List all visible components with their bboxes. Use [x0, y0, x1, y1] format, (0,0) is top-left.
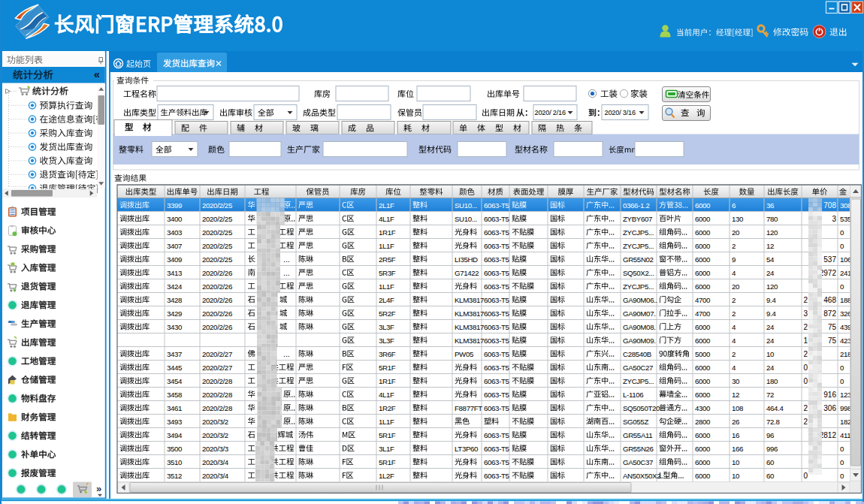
- svg-text:2020/2/26: 2020/2/26: [202, 323, 232, 331]
- svg-text:6063-T5: 6063-T5: [484, 296, 509, 304]
- svg-text:5R1F: 5R1F: [379, 364, 396, 372]
- svg-text:6063-T5: 6063-T5: [484, 337, 509, 345]
- svg-text:GR55N02: GR55N02: [623, 255, 654, 264]
- svg-text:AN50X50X2: AN50X50X2: [623, 472, 660, 480]
- svg-text:1L1F: 1L1F: [379, 418, 394, 426]
- svg-text:6063-T5: 6063-T5: [484, 309, 509, 318]
- svg-text:SQ50X2...: SQ50X2...: [623, 269, 654, 277]
- svg-text:2020/3/4: 2020/3/4: [202, 458, 229, 466]
- svg-text:30: 30: [732, 377, 740, 385]
- svg-text:3L3F: 3L3F: [379, 337, 394, 345]
- svg-text:SQ5050T20: SQ5050T20: [623, 404, 660, 412]
- svg-text:423: 423: [840, 337, 851, 345]
- svg-text:120: 120: [766, 228, 778, 237]
- svg-text:6000: 6000: [695, 242, 711, 250]
- svg-text:6000: 6000: [695, 472, 711, 480]
- svg-text:12: 12: [732, 391, 739, 399]
- svg-text:3500: 3500: [167, 445, 183, 453]
- svg-text:996: 996: [766, 445, 778, 453]
- svg-text:10: 10: [732, 458, 740, 466]
- svg-text:6000: 6000: [695, 445, 711, 453]
- svg-text:75: 75: [828, 323, 837, 331]
- svg-text:6000: 6000: [695, 323, 711, 331]
- svg-text:218: 218: [840, 350, 851, 358]
- svg-text:2: 2: [732, 350, 736, 358]
- svg-text:2R5F: 2R5F: [379, 255, 396, 264]
- svg-text:1R1F: 1R1F: [379, 228, 396, 237]
- svg-text:2020/2/25: 2020/2/25: [202, 242, 232, 250]
- svg-text:GA50C27: GA50C27: [623, 364, 653, 372]
- svg-text:2: 2: [804, 418, 808, 426]
- svg-text:3458: 3458: [167, 391, 182, 399]
- svg-text:6000: 6000: [695, 458, 711, 466]
- svg-text:411: 411: [840, 431, 850, 439]
- svg-text:2020/2/27: 2020/2/27: [202, 350, 232, 358]
- svg-text:2020/2/26: 2020/2/26: [202, 282, 232, 291]
- svg-text:2020/ 2/16: 2020/ 2/16: [535, 109, 566, 116]
- svg-text:3428: 3428: [167, 296, 182, 304]
- svg-text:ZYCJP5...: ZYCJP5...: [623, 377, 654, 385]
- svg-text:916: 916: [823, 391, 836, 399]
- svg-text:72.8: 72.8: [766, 418, 779, 426]
- svg-text:6000: 6000: [695, 337, 711, 345]
- svg-text:3403: 3403: [167, 228, 182, 237]
- svg-text:464.4: 464.4: [766, 404, 784, 412]
- svg-text:108: 108: [732, 404, 743, 412]
- svg-text:3437: 3437: [167, 350, 182, 358]
- svg-text:5R1F: 5R1F: [379, 431, 396, 439]
- svg-text:4700: 4700: [695, 309, 711, 318]
- svg-text:6063-T5: 6063-T5: [484, 255, 509, 264]
- svg-text:24: 24: [766, 269, 775, 277]
- svg-text:1L2F: 1L2F: [379, 472, 394, 480]
- svg-text:120: 120: [766, 282, 778, 291]
- svg-text:3: 3: [804, 309, 808, 318]
- svg-text:6063-T5: 6063-T5: [484, 269, 509, 277]
- svg-text:LI35HD: LI35HD: [455, 255, 478, 264]
- svg-text:4L1F: 4L1F: [379, 215, 394, 223]
- svg-text:GA90M09.: GA90M09.: [623, 337, 656, 345]
- svg-text:KLM3817: KLM3817: [455, 323, 484, 331]
- svg-text:6063-T5: 6063-T5: [484, 282, 509, 291]
- svg-text:6000: 6000: [695, 377, 711, 385]
- svg-text:6000: 6000: [695, 431, 711, 439]
- svg-text:2972: 2972: [820, 269, 837, 277]
- svg-text:54: 54: [766, 255, 775, 264]
- svg-text:36: 36: [766, 201, 774, 210]
- svg-text:326: 326: [840, 309, 851, 318]
- svg-text:1R1F: 1R1F: [379, 377, 396, 385]
- svg-text:106: 106: [840, 255, 851, 264]
- svg-text:3429: 3429: [167, 309, 182, 318]
- svg-text:L-1106: L-1106: [623, 391, 643, 399]
- svg-text:ZYCJP5...: ZYCJP5...: [623, 242, 654, 250]
- svg-text:2: 2: [804, 296, 808, 304]
- svg-text:2L1F: 2L1F: [379, 201, 394, 210]
- svg-text:6000: 6000: [695, 282, 711, 291]
- svg-text:3413: 3413: [167, 269, 182, 277]
- svg-text:468: 468: [823, 296, 836, 304]
- svg-text:5R2F: 5R2F: [379, 309, 396, 318]
- svg-text:439: 439: [840, 323, 851, 331]
- svg-text:998: 998: [840, 404, 851, 412]
- svg-text:3454: 3454: [167, 377, 183, 385]
- svg-text:182: 182: [840, 418, 851, 426]
- svg-text:SU10...: SU10...: [455, 215, 477, 223]
- svg-text:9.4: 9.4: [766, 296, 776, 304]
- svg-text:2020/2/25: 2020/2/25: [202, 255, 232, 264]
- svg-text:2020/2/28: 2020/2/28: [202, 377, 232, 385]
- svg-text:2020/3/2: 2020/3/2: [202, 418, 228, 426]
- svg-text:F8877FT: F8877FT: [455, 404, 482, 412]
- svg-text:KLM3817: KLM3817: [455, 309, 484, 318]
- svg-text:6063-T5: 6063-T5: [484, 445, 509, 453]
- svg-text:2: 2: [804, 404, 808, 412]
- svg-text:2020/2/25: 2020/2/25: [202, 201, 232, 210]
- svg-text:5R1F: 5R1F: [379, 458, 396, 466]
- svg-text:6063-T5: 6063-T5: [484, 431, 509, 439]
- svg-text:2020/2/26: 2020/2/26: [202, 309, 232, 318]
- svg-text:20: 20: [732, 228, 740, 237]
- svg-text:6000: 6000: [695, 269, 711, 277]
- svg-text:6063-T5: 6063-T5: [484, 391, 509, 399]
- svg-text:6000: 6000: [695, 201, 711, 210]
- svg-text:KLM3817: KLM3817: [455, 337, 484, 345]
- svg-text:3L1F: 3L1F: [379, 445, 394, 453]
- svg-text:96: 96: [766, 431, 774, 439]
